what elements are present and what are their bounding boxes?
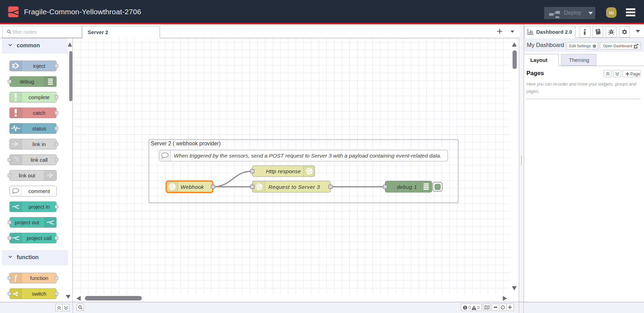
- svg-text:f: f: [15, 274, 18, 282]
- svg-text:Http response: Http response: [266, 168, 301, 174]
- svg-text:When triggered by the sensors,: When triggered by the sensors, send a PO…: [174, 153, 441, 159]
- svg-text:Webhook: Webhook: [180, 184, 204, 190]
- svg-text:debug 1: debug 1: [397, 184, 417, 190]
- svg-text:Request to Server 3: Request to Server 3: [268, 184, 320, 190]
- svg-text:Server 2 ( webhook provider): Server 2 ( webhook provider): [151, 141, 221, 146]
